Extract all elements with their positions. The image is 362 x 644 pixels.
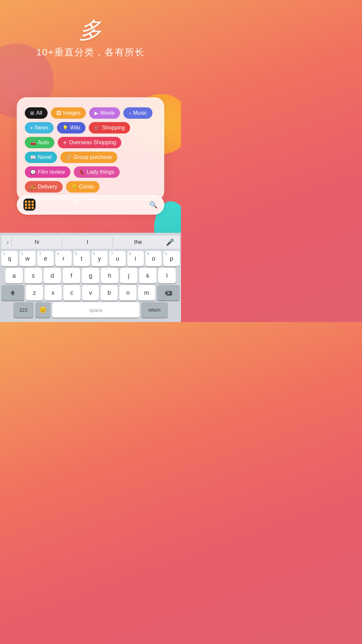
- key-number: 7: [111, 252, 113, 256]
- tag-delivery[interactable]: 🛵Delivery: [25, 181, 63, 193]
- suggestions-row: › hi I the 🎤: [1, 235, 180, 249]
- tag-movie[interactable]: ▶Movie: [89, 107, 120, 119]
- tag-auto[interactable]: 🚗Auto: [25, 137, 54, 148]
- key-number: 4: [57, 252, 59, 256]
- comic-icon: 😊: [71, 184, 77, 190]
- tag-overseas[interactable]: ✈Overseas Shopping: [58, 137, 122, 148]
- key-u[interactable]: 7u: [109, 251, 126, 266]
- key-r[interactable]: 4r: [55, 251, 72, 266]
- tag-lady[interactable]: 👠Lady things: [74, 166, 120, 178]
- key-g[interactable]: g: [82, 268, 99, 283]
- key-x[interactable]: x: [45, 285, 62, 301]
- novel-icon: 📖: [30, 155, 36, 160]
- grid-icon[interactable]: [23, 199, 36, 211]
- news-icon: ≡: [30, 125, 33, 130]
- key-number: 1: [3, 252, 5, 256]
- key-e[interactable]: 3e: [37, 251, 54, 266]
- images-label: Images: [63, 110, 80, 116]
- key-h[interactable]: h: [101, 268, 118, 283]
- tag-comic[interactable]: 😊Comic: [66, 181, 100, 193]
- key-v[interactable]: v: [82, 285, 99, 301]
- key-k[interactable]: k: [139, 268, 157, 283]
- film-label: Film review: [38, 169, 65, 175]
- key-l[interactable]: l: [158, 268, 176, 283]
- grid-dot: [28, 204, 31, 206]
- header-section: 多 10+垂直分类，各有所长: [0, 0, 181, 59]
- lady-label: Lady things: [87, 169, 114, 175]
- mic-icon[interactable]: 🎤: [163, 238, 177, 246]
- key-p[interactable]: 0p: [163, 251, 180, 266]
- grid-dot: [25, 204, 27, 206]
- novel-label: Novel: [38, 154, 52, 160]
- expand-icon[interactable]: ›: [4, 239, 11, 246]
- grid-dot: [25, 207, 27, 209]
- tag-music[interactable]: ♪Music: [123, 107, 153, 119]
- key-f[interactable]: f: [63, 268, 80, 283]
- header-char: 多: [0, 18, 181, 41]
- tags-container: ⊞All🖼Images▶Movie♪Music≡News💡Wiki🛒Shoppi…: [25, 107, 156, 193]
- music-label: Music: [133, 110, 147, 116]
- key-backspace[interactable]: [157, 285, 180, 301]
- key-q[interactable]: 1q: [1, 251, 18, 266]
- tag-images[interactable]: 🖼Images: [51, 107, 86, 119]
- overseas-label: Overseas Shopping: [69, 140, 116, 146]
- keyboard[interactable]: › hi I the 🎤 1q2w3e4r5t6y7u8i9o0p asdfgh…: [0, 233, 181, 322]
- group-label: Group purchase: [73, 154, 112, 160]
- key-t[interactable]: 5t: [73, 251, 90, 266]
- grid-dots: [25, 201, 34, 209]
- music-icon: ♪: [129, 110, 131, 116]
- wiki-label: Wiki: [70, 125, 80, 131]
- key-space[interactable]: space: [52, 302, 139, 318]
- key-w[interactable]: 2w: [19, 251, 36, 266]
- suggestion-the[interactable]: the: [113, 237, 163, 247]
- key-n[interactable]: n: [119, 285, 136, 301]
- tag-wiki[interactable]: 💡Wiki: [57, 122, 85, 133]
- movie-label: Movie: [100, 110, 115, 116]
- grid-dot: [32, 201, 34, 203]
- images-icon: 🖼: [56, 110, 61, 116]
- grid-dot: [28, 201, 31, 203]
- key-c[interactable]: c: [63, 285, 80, 301]
- comic-label: Comic: [79, 184, 94, 190]
- tag-shopping[interactable]: 🛒Shopping: [89, 122, 130, 133]
- shopping-icon: 🛒: [94, 125, 100, 130]
- key-b[interactable]: b: [101, 285, 118, 301]
- tag-novel[interactable]: 📖Novel: [25, 152, 57, 163]
- tag-film[interactable]: 💬Film review: [25, 166, 70, 178]
- key-s[interactable]: s: [24, 268, 42, 283]
- key-y[interactable]: 6y: [92, 251, 108, 266]
- tag-all[interactable]: ⊞All: [25, 107, 48, 119]
- key-z[interactable]: z: [26, 285, 43, 301]
- news-label: News: [35, 125, 48, 131]
- key-return[interactable]: return: [141, 302, 168, 318]
- search-bar[interactable]: 🔍: [17, 195, 164, 215]
- delivery-label: Delivery: [38, 184, 57, 190]
- tag-group[interactable]: 🍴Group purchase: [60, 152, 117, 163]
- keyboard-row-4: 123 😊 space return: [1, 302, 180, 318]
- key-j[interactable]: j: [120, 268, 137, 283]
- key-number: 5: [75, 252, 77, 256]
- keyboard-row-1: 1q2w3e4r5t6y7u8i9o0p: [1, 251, 180, 266]
- tag-news[interactable]: ≡News: [25, 122, 54, 133]
- delivery-icon: 🛵: [30, 184, 36, 190]
- key-shift[interactable]: [1, 285, 24, 301]
- auto-icon: 🚗: [30, 140, 36, 145]
- search-input[interactable]: [40, 200, 145, 209]
- category-card: ⊞All🖼Images▶Movie♪Music≡News💡Wiki🛒Shoppi…: [17, 97, 164, 201]
- suggestion-hi[interactable]: hi: [11, 237, 62, 247]
- key-m[interactable]: m: [138, 285, 155, 301]
- grid-dot: [25, 201, 27, 203]
- key-i[interactable]: 8i: [127, 251, 144, 266]
- backspace-icon: [165, 290, 172, 296]
- key-a[interactable]: a: [5, 268, 23, 283]
- keyboard-row-2: asdfghjkl: [1, 268, 180, 283]
- group-icon: 🍴: [66, 155, 71, 160]
- search-icon[interactable]: 🔍: [149, 201, 158, 209]
- key-d[interactable]: d: [44, 268, 61, 283]
- key-emoji[interactable]: 😊: [35, 302, 51, 318]
- auto-label: Auto: [38, 140, 49, 146]
- key-123[interactable]: 123: [13, 302, 34, 318]
- overseas-icon: ✈: [63, 140, 67, 145]
- suggestion-i[interactable]: I: [62, 237, 113, 247]
- key-o[interactable]: 9o: [145, 251, 162, 266]
